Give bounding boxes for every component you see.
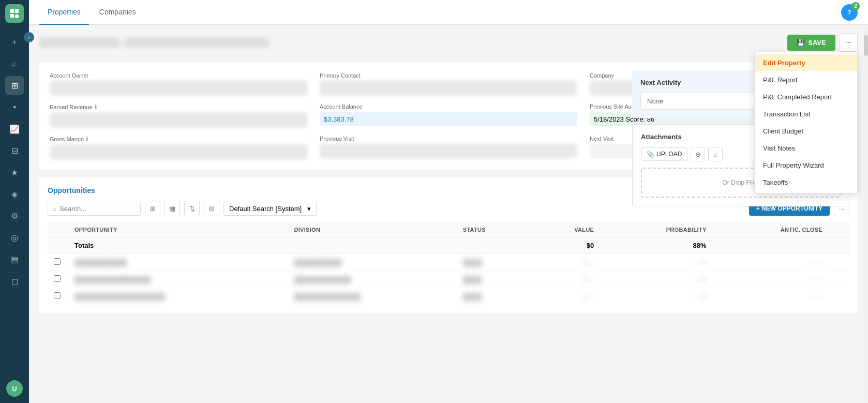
col-checkbox xyxy=(48,222,68,237)
notification-badge[interactable]: ? 2 xyxy=(841,4,858,21)
account-balance-value: $3,383.78 xyxy=(320,112,577,126)
sort-button[interactable]: ⇅ xyxy=(184,201,200,216)
col-opportunity: OPPORTUNITY xyxy=(68,222,288,237)
tab-companies[interactable]: Companies xyxy=(91,0,144,25)
scrollbar-thumb[interactable] xyxy=(864,35,868,56)
earned-revenue-value: —————— xyxy=(50,113,307,127)
tab-properties[interactable]: Properties xyxy=(39,0,89,25)
menu-item-takeoffs[interactable]: Takeoffs xyxy=(755,174,857,191)
row-close: —— xyxy=(713,254,829,271)
row-checkbox[interactable] xyxy=(54,275,61,282)
table-row[interactable]: ███████████████████ ██████████████ ████ … xyxy=(48,288,849,305)
row-value: $— xyxy=(532,254,600,271)
previous-visit-value: —————— xyxy=(320,144,577,158)
opportunities-table: OPPORTUNITY DIVISION STATUS VALUE PROBAB… xyxy=(48,222,849,305)
sidebar-item-reports[interactable]: 📈 xyxy=(5,120,24,138)
earned-revenue-field: Earned Revenue ℹ —————— xyxy=(50,103,307,127)
table-row[interactable]: ████████████████ ████████████ ████ $— —%… xyxy=(48,271,849,288)
row-division: ██████████████ xyxy=(288,288,456,305)
breadcrumb-left: New at Wallace Harpers xyxy=(39,38,120,48)
row-value: $— xyxy=(532,288,600,305)
col-probability: PROBABILITY xyxy=(600,222,712,237)
row-probability: —% xyxy=(600,271,712,288)
menu-item-edit-property[interactable]: Edit Property xyxy=(755,54,857,71)
sidebar-item-tag[interactable]: ◈ xyxy=(5,185,24,203)
col-division: DIVISION xyxy=(288,222,456,237)
upload-button[interactable]: 📎 UPLOAD xyxy=(641,147,687,161)
search-input[interactable] xyxy=(59,205,132,213)
search-icon: ⌕ xyxy=(52,205,56,213)
earned-revenue-label: Earned Revenue ℹ xyxy=(50,103,307,111)
sidebar-item-add[interactable]: ＋ xyxy=(5,33,24,51)
row-close: —— xyxy=(713,288,829,305)
primary-contact-label: Primary Contact xyxy=(320,72,577,79)
sidebar-item-settings[interactable]: ⚙ xyxy=(5,206,24,225)
save-icon: 💾 xyxy=(797,39,805,47)
earned-revenue-info-icon[interactable]: ℹ xyxy=(95,103,97,111)
menu-item-client-budget[interactable]: Client Budget xyxy=(755,123,857,140)
row-probability: —% xyxy=(600,288,712,305)
row-division: ████████████ xyxy=(288,271,456,288)
breadcrumb-right: 301 Lemon Park Dr. • High Desert CA • 12… xyxy=(124,38,270,48)
menu-item-pl-completed-report[interactable]: P&L Completed Report xyxy=(755,88,857,106)
totals-label: Totals xyxy=(68,237,288,254)
primary-contact-value: ———————— xyxy=(320,81,577,95)
totals-value: $0 xyxy=(532,237,600,254)
notification-count: 2 xyxy=(851,2,860,10)
property-form: Account Owner ———————— Primary Contact —… xyxy=(39,62,858,170)
row-checkbox[interactable] xyxy=(54,258,61,265)
gross-margin-info-icon[interactable]: ℹ xyxy=(86,136,88,143)
filter-button[interactable]: ⊞ xyxy=(145,201,160,216)
sidebar-item-table[interactable]: ⊟ xyxy=(5,141,24,160)
account-owner-field: Account Owner ———————— xyxy=(50,72,307,95)
sidebar-item-layers[interactable]: ▤ xyxy=(5,250,24,268)
previous-visit-field: Previous Visit —————— xyxy=(320,136,577,159)
sidebar-item-globe[interactable]: ◎ xyxy=(5,228,24,247)
menu-item-pl-report[interactable]: P&L Report xyxy=(755,71,857,88)
row-opportunity: ███████████ xyxy=(68,254,288,271)
help-icon: ? xyxy=(847,9,851,16)
sidebar-item-star[interactable]: ★ xyxy=(5,163,24,182)
table-row[interactable]: ███████████ ██████████ ████ $— —% —— xyxy=(48,254,849,271)
dropdown-chevron-icon: ▾ xyxy=(307,205,311,213)
row-close: —— xyxy=(713,271,829,288)
row-status: ████ xyxy=(457,271,532,288)
sidebar-item-chat[interactable]: ◻ xyxy=(5,272,24,290)
gross-margin-label: Gross Margin ℹ xyxy=(50,136,307,143)
row-division: ██████████ xyxy=(288,254,456,271)
content-area: New at Wallace Harpers 301 Lemon Park Dr… xyxy=(29,25,868,403)
search-preset-dropdown[interactable]: Default Search [System] ▾ xyxy=(223,202,317,216)
menu-item-full-property-wizard[interactable]: Full Property Wizard xyxy=(755,157,857,174)
sidebar: ＋ ⌕ ⊞ ▪ 📈 ⊟ ★ ◈ ⚙ ◎ ▤ ◻ U xyxy=(0,0,29,403)
breadcrumb: New at Wallace Harpers 301 Lemon Park Dr… xyxy=(39,38,270,48)
user-avatar[interactable]: U xyxy=(6,380,23,397)
account-owner-value: ———————— xyxy=(50,81,307,95)
menu-item-visit-notes[interactable]: Visit Notes xyxy=(755,140,857,157)
row-opportunity: ███████████████████ xyxy=(68,288,288,305)
more-options-button[interactable]: ··· xyxy=(840,33,858,52)
col-status: STATUS xyxy=(457,222,532,237)
sidebar-item-briefcase[interactable]: ▪ xyxy=(5,98,24,116)
attachments-search-button[interactable]: ⌕ xyxy=(708,147,723,161)
save-button[interactable]: 💾 SAVE xyxy=(787,35,835,51)
sidebar-item-dashboard[interactable]: ⊞ xyxy=(5,76,24,95)
row-value: $— xyxy=(532,271,600,288)
gross-margin-field: Gross Margin ℹ —————— xyxy=(50,136,307,159)
sidebar-toggle[interactable]: › xyxy=(24,32,34,42)
sidebar-item-search[interactable]: ⌕ xyxy=(5,54,24,73)
row-opportunity: ████████████████ xyxy=(68,271,288,288)
menu-item-transaction-list[interactable]: Transaction List xyxy=(755,106,857,123)
main-area: Properties Companies ? 2 New at Wallace … xyxy=(29,0,868,403)
scrollbar[interactable] xyxy=(864,25,868,403)
gross-margin-value: —————— xyxy=(50,145,307,159)
group-button[interactable]: ⊟ xyxy=(204,201,219,216)
columns-button[interactable]: ▦ xyxy=(164,201,180,216)
row-status: ████ xyxy=(457,254,532,271)
page-header: New at Wallace Harpers 301 Lemon Park Dr… xyxy=(39,33,858,52)
row-probability: —% xyxy=(600,254,712,271)
app-logo[interactable] xyxy=(5,4,24,23)
row-checkbox[interactable] xyxy=(54,292,61,299)
attachments-copy-button[interactable]: ⊕ xyxy=(691,147,705,161)
upload-icon: 📎 xyxy=(647,151,654,158)
col-value: VALUE xyxy=(532,222,600,237)
